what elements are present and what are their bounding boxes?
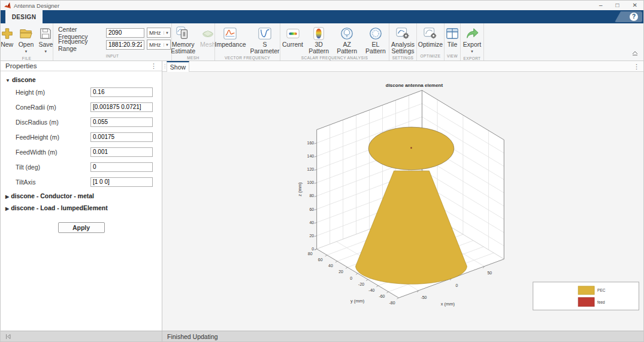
plot-panel: ⋮ Show ⋮ — [162, 61, 643, 331]
legend-label-feed: feed — [597, 300, 605, 304]
ribbon-section-scalar: Current 3D Pattern AZ Pattern — [280, 23, 389, 60]
y-tick: -20 — [358, 282, 364, 286]
ribbon-section-export: Export ▼ EXPORT — [461, 23, 484, 60]
impedance-button[interactable]: Impedance — [213, 26, 247, 48]
field-row-discradius: DiscRadius (m) — [1, 114, 162, 129]
z-tick: 0 — [312, 247, 314, 251]
properties-title: Properties — [5, 62, 37, 69]
status-message: Finished Updating — [162, 333, 218, 340]
collapse-panel-icon[interactable] — [4, 331, 11, 342]
legend-swatch-pec — [578, 286, 594, 295]
coneradii-input[interactable] — [90, 102, 153, 112]
save-button[interactable]: Save ▼ — [37, 26, 55, 55]
field-row-tilt: Tilt (deg) — [1, 159, 162, 174]
tile-icon — [446, 26, 459, 41]
tabstrip-filler — [43, 10, 615, 23]
frequency-range-input[interactable] — [106, 40, 144, 50]
center-frequency-unit-select[interactable]: MHz ▼ — [147, 28, 171, 38]
discradius-input[interactable] — [90, 117, 153, 127]
collapse-ribbon-icon[interactable] — [631, 47, 639, 58]
legend: PEC feed — [533, 282, 639, 310]
y-tick: 80 — [308, 252, 313, 256]
section-label-scalar: SCALAR FREQUENCY ANALYSIS — [280, 55, 389, 61]
ribbon-section-input: Center Frequency MHz ▼ Frequency Range M… — [53, 23, 172, 60]
feedheight-label: FeedHeight (m) — [16, 134, 59, 141]
z-tick: 100 — [307, 180, 315, 184]
window-title: Antenna Designer — [14, 2, 599, 9]
new-button[interactable]: New — [0, 26, 16, 48]
analysis-settings-button[interactable]: Analysis Settings — [390, 26, 416, 55]
current-button[interactable]: Current — [280, 26, 305, 48]
frequency-range-unit-select[interactable]: MHz ▼ — [147, 40, 171, 50]
section-label-settings: SETTINGS — [389, 55, 416, 61]
export-button[interactable]: Export ▼ — [461, 26, 483, 55]
plot-tabbar: ⋮ Show ⋮ — [162, 61, 643, 72]
legend-label-pec: PEC — [597, 288, 606, 292]
y-tick: -60 — [379, 294, 385, 298]
tile-button[interactable]: Tile — [444, 26, 461, 48]
tab-design[interactable]: DESIGN — [5, 10, 43, 23]
ribbon-section-vector: Impedance S Parameter VECTOR FREQUENCY A… — [215, 23, 280, 60]
s-parameter-button[interactable]: S Parameter — [248, 26, 281, 55]
section-label-optimize: OPTIMIZE — [417, 53, 444, 60]
tilt-input[interactable] — [90, 162, 153, 172]
el-pattern-button[interactable]: EL Pattern — [362, 26, 389, 55]
coneradii-label: ConeRadii (m) — [16, 104, 56, 111]
ribbon-section-file: New Open ▼ Save ▼ FILE — [1, 23, 53, 60]
center-frequency-input[interactable] — [106, 28, 144, 38]
feedwidth-input[interactable] — [90, 147, 153, 157]
expand-triangle-icon: ▶ — [5, 206, 9, 211]
properties-panel: Properties ⋮ ▼discone Height (m) ConeRad… — [1, 61, 162, 331]
expand-triangle-icon: ▶ — [5, 194, 9, 199]
save-icon — [40, 26, 52, 41]
open-dropdown-arrow: ▼ — [25, 49, 28, 55]
pattern-3d-button[interactable]: 3D Pattern — [306, 26, 331, 55]
y-axis-label: y (mm) — [350, 298, 365, 304]
group-discone[interactable]: ▼discone — [1, 71, 162, 84]
legend-swatch-feed — [578, 298, 594, 307]
field-row-feedheight: FeedHeight (m) — [1, 129, 162, 144]
open-button[interactable]: Open ▼ — [17, 26, 36, 55]
field-row-height: Height (m) — [1, 84, 162, 99]
frequency-range-label: Frequency Range — [58, 38, 106, 52]
ribbon-filler — [484, 23, 643, 60]
z-tick: 160 — [307, 141, 315, 145]
ribbon: New Open ▼ Save ▼ FILE — [1, 23, 643, 61]
close-icon[interactable]: ✕ — [633, 2, 637, 8]
plot-menu-icon[interactable]: ⋮ — [633, 61, 640, 71]
field-row-coneradii: ConeRadii (m) — [1, 99, 162, 114]
memory-estimate-icon — [176, 26, 191, 41]
group-load[interactable]: ▶discone - Load - lumpedElement — [1, 201, 162, 213]
optimize-icon — [424, 26, 438, 41]
tab-show[interactable]: Show — [167, 61, 189, 72]
z-axis-label: z (mm) — [297, 182, 303, 196]
antenna-designer-window: Antenna Designer – □ ✕ DESIGN ? New — [0, 0, 644, 342]
s-parameter-icon — [258, 26, 272, 41]
status-bar: Finished Updating — [1, 331, 643, 341]
memory-estimate-button[interactable]: Memory Estimate — [169, 26, 197, 55]
current-icon — [286, 26, 300, 41]
figure-canvas[interactable]: 0 20 40 60 80 100 120 140 160 z (mm) 80 — [162, 72, 643, 331]
az-pattern-button[interactable]: AZ Pattern — [332, 26, 361, 55]
help-button[interactable]: ? — [615, 11, 642, 22]
tiltaxis-input[interactable] — [90, 177, 153, 187]
feedheight-input[interactable] — [90, 132, 153, 142]
z-tick: 60 — [309, 207, 314, 211]
field-row-tiltaxis: TiltAxis — [1, 174, 162, 189]
x-axis-label: x (mm) — [441, 301, 455, 307]
z-tick: 120 — [307, 167, 315, 171]
feedwidth-label: FeedWidth (m) — [16, 149, 57, 156]
apply-button[interactable]: Apply — [58, 222, 105, 233]
maximize-icon[interactable]: □ — [616, 2, 619, 8]
optimize-button[interactable]: Optimize — [418, 26, 444, 48]
x-tick: 50 — [487, 271, 492, 275]
z-tick: 40 — [309, 220, 314, 225]
drag-handle-icon[interactable]: ⋮ — [162, 61, 167, 71]
height-input[interactable] — [90, 87, 153, 97]
properties-menu-icon[interactable]: ⋮ — [150, 62, 157, 70]
titlebar: Antenna Designer – □ ✕ — [1, 1, 643, 10]
minimize-icon[interactable]: – — [599, 2, 603, 8]
mesh-icon — [201, 26, 215, 41]
plot-title: discone antenna element — [386, 83, 443, 88]
group-conductor[interactable]: ▶discone - Conductor - metal — [1, 189, 162, 201]
